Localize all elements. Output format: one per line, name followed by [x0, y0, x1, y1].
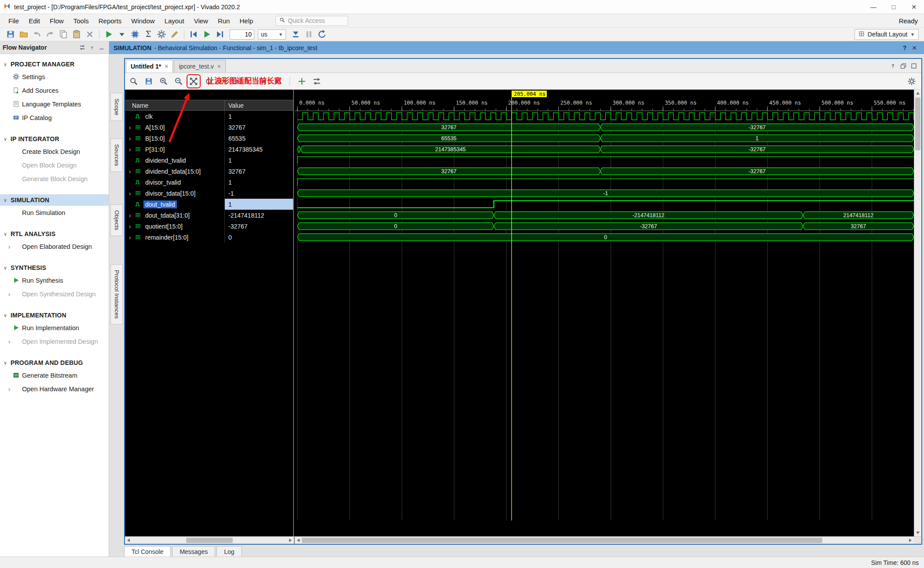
side-tab-objects[interactable]: Objects [110, 204, 123, 236]
wave-hscrollbar[interactable] [295, 537, 914, 544]
bottom-tab-messages[interactable]: Messages [172, 546, 215, 557]
help-icon[interactable]: ? [88, 43, 96, 52]
nav-item-run-implementation[interactable]: Run Implementation [0, 321, 109, 335]
restart-icon[interactable] [187, 29, 200, 40]
menu-item-window[interactable]: Window [126, 15, 159, 26]
chip-icon[interactable] [129, 29, 141, 40]
save-icon[interactable] [143, 76, 154, 87]
menu-item-help[interactable]: Help [235, 15, 258, 26]
scroll-right-icon[interactable] [287, 537, 294, 544]
edit-icon[interactable] [169, 29, 181, 40]
step-icon[interactable] [214, 29, 226, 40]
tab-ipcore-test-v[interactable]: ipcore_test.v× [174, 60, 226, 73]
table-hscrollbar[interactable] [125, 537, 294, 544]
minimize-button[interactable]: — [863, 0, 884, 14]
nav-item-run-simulation[interactable]: Run Simulation [0, 206, 109, 219]
scroll-right-icon[interactable] [907, 537, 914, 544]
run-icon[interactable] [103, 29, 115, 40]
side-tab-sources[interactable]: Sources [110, 138, 123, 172]
close-tab-icon[interactable]: × [165, 63, 168, 70]
nav-item-generate-block-design[interactable]: Generate Block Design [0, 172, 109, 186]
signal-row-divisor-tdata-15-0[interactable]: ›divisor_tdata[15:0]-1 [125, 188, 293, 199]
vertical-scroll-track[interactable] [914, 97, 921, 529]
menu-item-layout[interactable]: Layout [160, 15, 189, 26]
close-panel-icon[interactable]: ✕ [912, 44, 917, 51]
tab-untitled-1[interactable]: Untitled 1*× [126, 60, 173, 73]
help-icon[interactable]: ? [903, 44, 907, 51]
pause-icon[interactable] [303, 29, 315, 40]
nav-item-open-block-design[interactable]: Open Block Design [0, 158, 109, 172]
delete-icon[interactable] [84, 29, 96, 40]
nav-item-open-elaborated-design[interactable]: ›Open Elaborated Design [0, 240, 109, 253]
menu-item-view[interactable]: View [189, 15, 213, 26]
nav-section-header-project-manager[interactable]: ∨PROJECT MANAGER [0, 58, 109, 70]
signal-row-quotient-15-0[interactable]: ›quotient[15:0]-32767 [125, 221, 293, 232]
menu-item-file[interactable]: File [4, 15, 24, 26]
nav-item-language-templates[interactable]: Language Templates [0, 97, 109, 111]
nav-item-open-synthesized-design[interactable]: ›Open Synthesized Design [0, 287, 109, 301]
gear-icon[interactable] [155, 29, 168, 40]
wave-hscroll-thumb[interactable] [302, 538, 822, 543]
float-icon[interactable] [899, 62, 907, 70]
sim-run-time-input[interactable] [230, 29, 254, 40]
find-icon[interactable] [128, 76, 139, 87]
rundur-icon[interactable] [290, 29, 302, 40]
menu-item-flow[interactable]: Flow [45, 15, 69, 26]
scroll-left-icon[interactable] [295, 537, 302, 544]
close-tab-icon[interactable]: × [217, 63, 221, 70]
copy-icon[interactable] [57, 29, 70, 40]
paste-icon[interactable] [70, 29, 83, 40]
vertical-scroll-thumb[interactable] [915, 98, 920, 150]
nav-item-run-synthesis[interactable]: Run Synthesis [0, 273, 109, 287]
save-icon[interactable] [4, 29, 17, 40]
nav-item-open-implemented-design[interactable]: ›Open Implemented Design [0, 335, 109, 348]
swap-icon[interactable] [312, 76, 322, 87]
scroll-down-icon[interactable] [914, 529, 921, 536]
signal-row-dividend-tdata-15-0[interactable]: ›dividend_tdata[15:0]32767 [125, 166, 293, 177]
play-icon[interactable] [201, 29, 213, 40]
quick-access-search[interactable]: Quick Access [275, 16, 348, 26]
nav-section-header-rtl-analysis[interactable]: ∨RTL ANALYSIS [0, 228, 109, 240]
redo-icon[interactable] [44, 29, 56, 40]
close-button[interactable]: ✕ [904, 0, 924, 14]
nav-item-open-hardware-manager[interactable]: ›Open Hardware Manager [0, 382, 109, 396]
nav-section-header-ip-integrator[interactable]: ∨IP INTEGRATOR [0, 133, 109, 145]
vertical-scrollbar[interactable] [914, 90, 921, 536]
menu-item-edit[interactable]: Edit [24, 15, 45, 26]
side-tab-protocol-instances[interactable]: Protocol Instances [110, 264, 123, 324]
layout-selector[interactable]: Default Layout ▼ [854, 29, 919, 40]
relaunch-icon[interactable] [316, 29, 328, 40]
nav-section-header-simulation[interactable]: ∨SIMULATION [0, 194, 109, 206]
open-icon[interactable] [18, 29, 30, 40]
side-tab-scope[interactable]: Scope [110, 93, 123, 121]
add-marker-icon[interactable] [297, 76, 307, 87]
waveform-canvas[interactable]: 0.000 ns50.000 ns100.000 ns150.000 ns200… [295, 90, 914, 536]
maximize-button[interactable]: □ [884, 0, 904, 14]
bottom-tab-tcl-console[interactable]: Tcl Console [124, 546, 171, 557]
scroll-up-icon[interactable] [914, 90, 921, 97]
swap-icon[interactable] [78, 43, 87, 52]
run-caret-icon[interactable] [116, 29, 128, 40]
minimize-icon[interactable] [97, 43, 106, 52]
nav-item-add-sources[interactable]: Add Sources [0, 84, 109, 97]
menu-item-run[interactable]: Run [213, 15, 235, 26]
sum-icon[interactable]: Σ [142, 29, 154, 40]
signal-row-dout-tdata-31-0[interactable]: ›dout_tdata[31:0]-2147418112 [125, 210, 293, 221]
nav-section-header-synthesis[interactable]: ∨SYNTHESIS [0, 262, 109, 273]
undo-icon[interactable] [31, 29, 43, 40]
waveform-settings-icon[interactable] [906, 76, 917, 87]
signal-row-remainder-15-0[interactable]: ›remainder[15:0]0 [125, 232, 293, 243]
maximize-icon[interactable] [910, 62, 918, 70]
nav-section-header-program-and-debug[interactable]: ∨PROGRAM AND DEBUG [0, 357, 109, 368]
help-icon[interactable]: ? [889, 62, 897, 70]
nav-item-ip-catalog[interactable]: IPIP Catalog [0, 111, 109, 124]
table-hscroll-thumb[interactable] [186, 538, 233, 543]
signal-row-dividend-tvalid[interactable]: dividend_tvalid1 [125, 155, 293, 166]
nav-item-generate-bitstream[interactable]: 10Generate Bitstream [0, 368, 109, 382]
nav-section-header-implementation[interactable]: ∨IMPLEMENTATION [0, 309, 109, 321]
signal-row-dout-tvalid[interactable]: dout_tvalid1 [125, 199, 293, 210]
nav-item-settings[interactable]: Settings [0, 70, 109, 84]
scroll-left-icon[interactable] [125, 537, 132, 544]
nav-item-create-block-design[interactable]: Create Block Design [0, 145, 109, 158]
bottom-tab-log[interactable]: Log [216, 546, 242, 557]
